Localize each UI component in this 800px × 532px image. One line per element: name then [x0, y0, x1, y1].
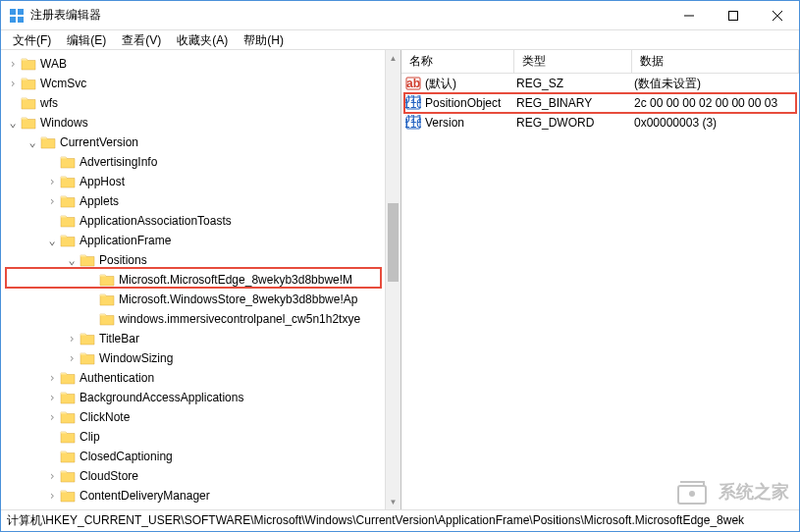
svg-rect-1: [18, 9, 24, 15]
expander-open-icon[interactable]: ⌄: [5, 115, 21, 131]
value-type: REG_DWORD: [516, 116, 634, 130]
window-controls: [667, 1, 799, 30]
tree-label: Windows: [40, 116, 88, 130]
tree-node[interactable]: Microsoft.MicrosoftEdge_8wekyb3d8bbwe!M: [1, 270, 400, 290]
expander-closed-icon[interactable]: ›: [44, 488, 60, 504]
tree-node[interactable]: ›ContentDeliveryManager: [1, 486, 400, 505]
svg-text:110: 110: [405, 117, 421, 131]
col-header-name[interactable]: 名称: [401, 50, 514, 73]
value-data: 0x00000003 (3): [634, 116, 799, 130]
svg-rect-3: [18, 17, 24, 23]
maximize-button[interactable]: [711, 1, 755, 30]
col-header-type[interactable]: 类型: [514, 50, 632, 73]
tree-panel: ›WAB›WcmSvcwfs⌄Windows⌄CurrentVersionAdv…: [1, 50, 401, 509]
tree-node[interactable]: ⌄ApplicationFrame: [1, 231, 400, 250]
tree-node[interactable]: ›TitleBar: [1, 329, 400, 348]
tree-node[interactable]: ›BackgroundAccessApplications: [1, 388, 400, 407]
close-button[interactable]: [755, 1, 799, 30]
expander-closed-icon[interactable]: ›: [44, 193, 60, 209]
list-row[interactable]: 011110PositionObjectREG_BINARY2c 00 00 0…: [401, 93, 799, 113]
expander-closed-icon[interactable]: ›: [64, 350, 80, 366]
tree-label: CurrentVersion: [60, 135, 138, 149]
menu-help[interactable]: 帮助(H): [236, 30, 292, 49]
tree-label: Microsoft.MicrosoftEdge_8wekyb3d8bbwe!M: [119, 273, 352, 287]
expander-closed-icon[interactable]: ›: [44, 390, 60, 405]
statusbar: 计算机\HKEY_CURRENT_USER\SOFTWARE\Microsoft…: [1, 509, 799, 531]
scroll-down-icon[interactable]: ▼: [386, 494, 400, 509]
value-name: PositionObject: [425, 96, 516, 110]
tree-scrollbar[interactable]: ▲ ▼: [385, 50, 400, 509]
value-data: 2c 00 00 00 02 00 00 00 03: [634, 96, 799, 110]
tree-node[interactable]: AdvertisingInfo: [1, 152, 400, 172]
tree-label: ClosedCaptioning: [80, 450, 173, 463]
registry-tree[interactable]: ›WAB›WcmSvcwfs⌄Windows⌄CurrentVersionAdv…: [1, 52, 400, 507]
tree-node[interactable]: wfs: [1, 93, 400, 113]
tree-label: ApplicationFrame: [80, 234, 171, 247]
list-row[interactable]: 011110VersionREG_DWORD0x00000003 (3): [401, 113, 799, 133]
menubar: 文件(F) 编辑(E) 查看(V) 收藏夹(A) 帮助(H): [1, 30, 799, 50]
tree-node[interactable]: ⌄CurrentVersion: [1, 133, 400, 152]
svg-rect-2: [10, 17, 16, 23]
tree-node[interactable]: ›Authentication: [1, 368, 400, 388]
tree-node[interactable]: ›WcmSvc: [1, 74, 400, 93]
tree-label: Positions: [99, 253, 147, 267]
tree-node[interactable]: windows.immersivecontrolpanel_cw5n1h2txy…: [1, 309, 400, 329]
minimize-icon: [684, 11, 694, 21]
expander-closed-icon[interactable]: ›: [44, 174, 60, 189]
tree-label: Microsoft.WindowsStore_8wekyb3d8bbwe!Ap: [119, 293, 357, 306]
tree-label: WindowSizing: [99, 351, 173, 365]
value-data: (数值未设置): [634, 76, 799, 92]
tree-node[interactable]: Clip: [1, 427, 400, 447]
tree-label: Authentication: [80, 371, 154, 385]
menu-file[interactable]: 文件(F): [5, 30, 59, 49]
titlebar: 注册表编辑器: [1, 1, 799, 30]
tree-node[interactable]: ⌄Windows: [1, 113, 400, 133]
tree-node[interactable]: ›WAB: [1, 54, 400, 74]
svg-text:ab: ab: [406, 77, 420, 90]
content-area: ›WAB›WcmSvcwfs⌄Windows⌄CurrentVersionAdv…: [1, 50, 799, 509]
tree-node[interactable]: ClosedCaptioning: [1, 447, 400, 466]
svg-rect-0: [10, 9, 16, 15]
tree-label: CloudStore: [80, 469, 138, 483]
menu-favorites[interactable]: 收藏夹(A): [169, 30, 236, 49]
tree-node[interactable]: ›WindowSizing: [1, 348, 400, 368]
tree-node[interactable]: ApplicationAssociationToasts: [1, 211, 400, 231]
expander-closed-icon[interactable]: ›: [5, 76, 21, 91]
expander-closed-icon[interactable]: ›: [44, 468, 60, 484]
tree-label: TitleBar: [99, 332, 139, 346]
scroll-thumb[interactable]: [388, 203, 399, 282]
expander-open-icon[interactable]: ⌄: [44, 233, 60, 248]
expander-open-icon[interactable]: ⌄: [25, 134, 40, 150]
tree-label: wfs: [40, 96, 58, 110]
tree-node[interactable]: ›Applets: [1, 191, 400, 211]
values-list[interactable]: ab(默认)REG_SZ(数值未设置)011110PositionObjectR…: [401, 74, 799, 133]
value-type: REG_BINARY: [516, 96, 634, 110]
tree-node[interactable]: ⌄Positions: [1, 250, 400, 270]
col-header-data[interactable]: 数据: [632, 50, 799, 73]
tree-label: ApplicationAssociationToasts: [80, 214, 232, 228]
scroll-up-icon[interactable]: ▲: [386, 50, 400, 66]
expander-closed-icon[interactable]: ›: [44, 409, 60, 425]
tree-node[interactable]: ›CloudStore: [1, 466, 400, 486]
menu-view[interactable]: 查看(V): [114, 30, 169, 49]
tree-node[interactable]: Microsoft.WindowsStore_8wekyb3d8bbwe!Ap: [1, 290, 400, 309]
expander-open-icon[interactable]: ⌄: [64, 252, 80, 268]
expander-closed-icon[interactable]: ›: [64, 331, 80, 346]
tree-node[interactable]: ›AppHost: [1, 172, 400, 191]
tree-label: AdvertisingInfo: [80, 155, 157, 169]
value-name: Version: [425, 116, 516, 130]
svg-rect-5: [728, 11, 737, 20]
tree-node[interactable]: ›ClickNote: [1, 407, 400, 427]
close-icon: [773, 11, 782, 21]
tree-label: BackgroundAccessApplications: [80, 391, 243, 404]
minimize-button[interactable]: [667, 1, 711, 30]
svg-text:110: 110: [405, 97, 421, 111]
list-row[interactable]: ab(默认)REG_SZ(数值未设置): [401, 74, 799, 93]
list-header: 名称 类型 数据: [401, 50, 799, 74]
tree-label: Applets: [80, 194, 119, 208]
expander-closed-icon[interactable]: ›: [44, 370, 60, 386]
tree-label: Clip: [80, 430, 100, 444]
menu-edit[interactable]: 编辑(E): [59, 30, 114, 49]
expander-closed-icon[interactable]: ›: [5, 56, 21, 72]
maximize-icon: [728, 11, 738, 21]
